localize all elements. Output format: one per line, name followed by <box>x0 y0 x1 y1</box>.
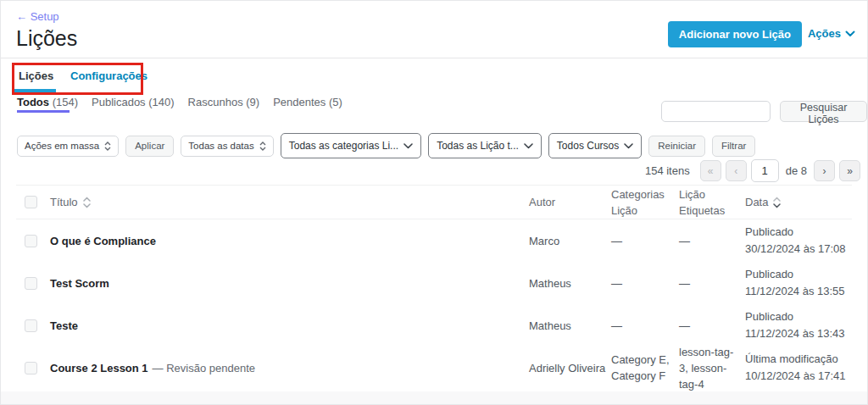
date-cell: Publicado30/12/2024 às 17:08 <box>745 224 852 258</box>
sort-by-title[interactable]: Título <box>50 196 91 209</box>
author-column-header: Autor <box>529 196 611 209</box>
dates-select[interactable]: Todas as datas <box>181 136 273 157</box>
view-drafts-label: Rascunhos <box>188 96 243 108</box>
categories-column-header: Categorias Lição <box>611 186 679 219</box>
publish-date: 10/12/2024 às 17:41 <box>745 368 852 385</box>
lessons-admin-page: ← Setup Lições Adicionar novo Lição Açõe… <box>0 0 868 405</box>
view-all-link[interactable]: Todos (154) <box>17 96 78 108</box>
bulk-actions-select[interactable]: Ações em massa <box>17 136 119 157</box>
sort-by-date[interactable]: Data <box>745 194 781 211</box>
table-row: Teste Matheus — — Publicado11/12/2024 às… <box>16 304 852 347</box>
tags-cell: — <box>679 233 745 249</box>
filters-row: Ações em massa Aplicar Todas as datas To… <box>17 133 755 158</box>
actions-dropdown[interactable]: Ações <box>808 27 855 40</box>
lesson-title-link[interactable]: Teste <box>50 319 78 332</box>
table-row: Course 2 Lesson 1— Revisão pendente Adri… <box>16 347 852 389</box>
row-checkbox[interactable] <box>25 277 37 290</box>
view-drafts-count: (9) <box>246 96 259 108</box>
categories-cell: — <box>611 233 679 249</box>
chevron-down-icon <box>524 140 533 152</box>
active-tab-underline <box>14 89 56 93</box>
view-published-link[interactable]: Publicados (140) <box>92 96 175 108</box>
lesson-tags-label: Todas as Lição t... <box>437 140 519 152</box>
lesson-title-link[interactable]: Course 2 Lesson 1 <box>50 362 148 374</box>
categories-cell: — <box>611 275 679 291</box>
publish-status: Última modificação <box>745 351 852 368</box>
table-row: O que é Compliance Marco — — Publicado30… <box>16 219 852 262</box>
prev-page-button[interactable]: ‹ <box>726 160 747 181</box>
row-checkbox[interactable] <box>25 319 37 332</box>
publish-status: Publicado <box>745 308 852 325</box>
author-cell: Matheus <box>529 277 611 290</box>
reset-button[interactable]: Reiniciar <box>648 136 705 157</box>
date-column-header: Data <box>745 194 768 211</box>
lesson-title-link[interactable]: O que é Compliance <box>50 235 156 247</box>
add-new-lesson-button[interactable]: Adicionar novo Lição <box>668 21 802 47</box>
view-all-label: Todos <box>17 96 49 108</box>
row-checkbox[interactable] <box>25 235 37 247</box>
first-page-button[interactable]: « <box>700 160 721 181</box>
search-lessons-button[interactable]: Pesquisar Lições <box>780 101 867 122</box>
active-view-underline <box>17 110 70 113</box>
back-link-label: Setup <box>31 10 59 23</box>
last-page-button[interactable]: » <box>839 160 860 181</box>
actions-label: Ações <box>808 27 841 40</box>
view-published-count: (140) <box>148 96 174 108</box>
back-to-setup-link[interactable]: ← Setup <box>16 10 59 23</box>
lesson-categories-select[interactable]: Todas as categorias Li... <box>281 133 421 158</box>
table-header-row: Título Autor Categorias Lição Lição Etiq… <box>16 185 852 219</box>
row-checkbox[interactable] <box>25 362 37 374</box>
pagination: 154 itens « ‹ de 8 › » <box>645 159 860 182</box>
table-row: Test Scorm Matheus — — Publicado11/12/20… <box>16 262 852 304</box>
view-all-count: (154) <box>53 96 78 108</box>
tags-cell: — <box>679 318 745 334</box>
categories-cell: — <box>611 318 679 334</box>
lessons-table: Título Autor Categorias Lição Lição Etiq… <box>16 185 852 389</box>
courses-select[interactable]: Todos Cursos <box>548 133 642 158</box>
updown-caret-icon <box>259 141 266 151</box>
courses-label: Todos Cursos <box>557 140 619 152</box>
publish-date: 30/12/2024 às 17:08 <box>745 241 852 258</box>
status-view-links: Todos (154) Publicados (140) Rascunhos (… <box>17 96 342 108</box>
tags-column-header: Lição Etiquetas <box>679 186 745 219</box>
page-bottom-strip <box>1 391 867 404</box>
view-drafts-link[interactable]: Rascunhos (9) <box>188 96 260 108</box>
tags-cell: — <box>679 275 745 291</box>
author-cell: Matheus <box>529 319 611 332</box>
title-column-header: Título <box>50 196 78 209</box>
apply-button[interactable]: Aplicar <box>125 136 174 157</box>
lesson-tags-select[interactable]: Todas as Lição t... <box>428 133 542 158</box>
publish-status: Publicado <box>745 224 852 241</box>
author-cell: Adrielly Oliveira <box>529 362 611 374</box>
view-pending-link[interactable]: Pendentes (5) <box>273 96 342 108</box>
date-cell: Publicado11/12/2024 às 13:55 <box>745 266 852 300</box>
categories-cell: Category E, Category F <box>611 352 679 384</box>
search-input[interactable] <box>661 101 771 122</box>
current-page-input[interactable] <box>751 159 779 182</box>
chevron-down-icon <box>845 27 855 40</box>
sort-updown-icon <box>773 197 781 208</box>
updown-caret-icon <box>104 141 111 151</box>
items-count: 154 itens <box>645 164 690 177</box>
publish-date: 11/12/2024 às 13:43 <box>745 325 852 342</box>
publish-date: 11/12/2024 às 13:55 <box>745 283 852 300</box>
publish-status: Publicado <box>745 266 852 283</box>
date-cell: Última modificação10/12/2024 às 17:41 <box>745 351 852 385</box>
view-pending-label: Pendentes <box>273 96 326 108</box>
tab-lessons[interactable]: Lições <box>19 69 53 82</box>
filter-button[interactable]: Filtrar <box>712 136 755 157</box>
sort-updown-icon <box>83 197 91 208</box>
lesson-categories-label: Todas as categorias Li... <box>289 140 398 152</box>
tab-settings[interactable]: Configurações <box>70 69 147 82</box>
select-all-checkbox[interactable] <box>25 196 37 208</box>
total-pages-label: de 8 <box>786 164 807 177</box>
bulk-actions-label: Ações em massa <box>25 141 99 151</box>
chevron-down-icon <box>403 140 413 152</box>
author-cell: Marco <box>529 235 611 247</box>
tags-cell: lesson-tag-3, lesson-tag-4 <box>679 344 745 392</box>
view-published-label: Publicados <box>92 96 146 108</box>
next-page-button[interactable]: › <box>814 160 835 181</box>
date-cell: Publicado11/12/2024 às 13:43 <box>745 308 852 342</box>
lesson-title-link[interactable]: Test Scorm <box>50 277 109 290</box>
dates-label: Todas as datas <box>188 141 253 151</box>
